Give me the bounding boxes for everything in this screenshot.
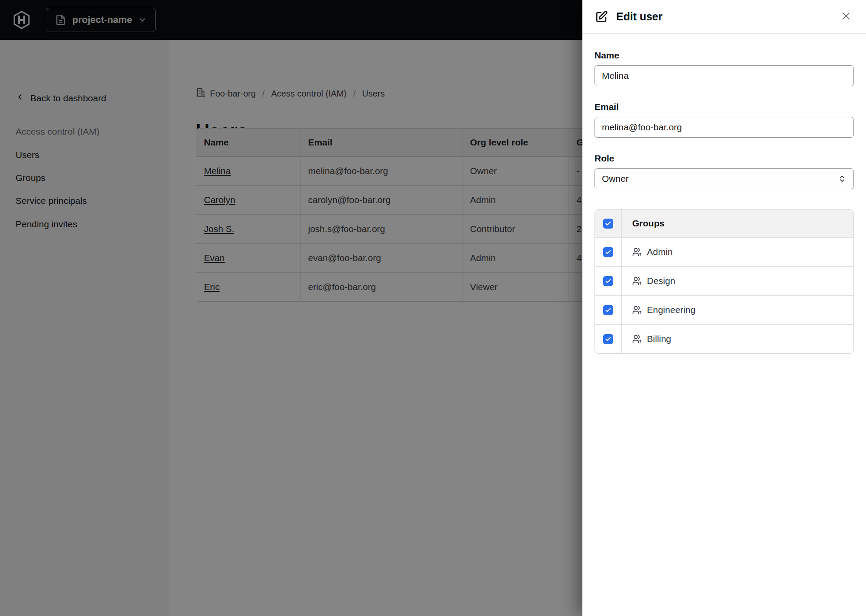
- groups-header-label: Groups: [632, 218, 665, 229]
- drawer-title: Edit user: [616, 10, 662, 23]
- group-checkbox-admin[interactable]: [603, 247, 613, 257]
- edit-user-drawer: Edit user Name Email Role Owner: [582, 0, 866, 616]
- group-label: Engineering: [647, 305, 695, 315]
- email-field-label: Email: [595, 102, 854, 112]
- groups-panel: Groups: [595, 209, 854, 354]
- group-checkbox-design[interactable]: [603, 276, 613, 286]
- name-field-label: Name: [595, 50, 854, 61]
- drawer-header: Edit user: [582, 0, 866, 34]
- group-checkbox-engineering[interactable]: [603, 305, 613, 315]
- drawer-close-button[interactable]: [838, 8, 854, 25]
- users-group-icon: [632, 334, 642, 344]
- users-group-icon: [632, 305, 642, 315]
- group-label: Admin: [647, 247, 673, 257]
- group-row-engineering: Engineering: [595, 295, 853, 324]
- group-label: Billing: [647, 334, 671, 344]
- email-field[interactable]: [595, 117, 854, 138]
- drawer-body: Name Email Role Owner: [582, 34, 866, 616]
- users-group-icon: [632, 247, 642, 257]
- role-field-label: Role: [595, 153, 854, 164]
- group-checkbox-billing[interactable]: [603, 334, 613, 344]
- group-row-billing: Billing: [595, 324, 853, 353]
- group-label: Design: [647, 276, 675, 286]
- close-icon: [841, 11, 851, 23]
- group-row-design: Design: [595, 266, 853, 295]
- select-caret-icon: [838, 174, 847, 183]
- edit-pencil-icon: [595, 10, 608, 24]
- role-select-value: Owner: [602, 174, 629, 184]
- app-root: project-name Back to dashboard Access co…: [0, 0, 866, 616]
- groups-select-all-checkbox[interactable]: [603, 219, 613, 229]
- users-group-icon: [632, 276, 642, 286]
- role-select[interactable]: Owner: [595, 168, 854, 189]
- name-field[interactable]: [595, 65, 854, 86]
- groups-header-row: Groups: [595, 210, 853, 237]
- group-row-admin: Admin: [595, 237, 853, 266]
